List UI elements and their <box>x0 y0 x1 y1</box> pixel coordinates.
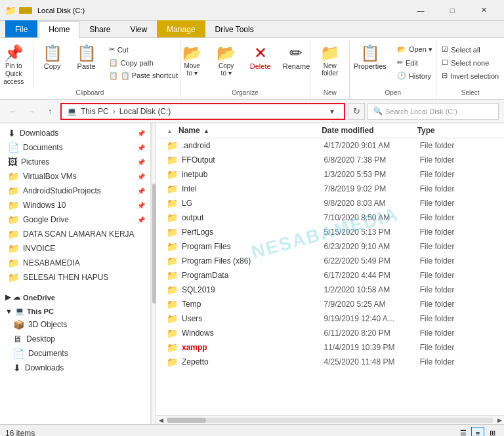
onedrive-icon: ☁ <box>13 293 20 302</box>
select-all-button[interactable]: ☑ Select all <box>437 43 503 56</box>
rename-button[interactable]: ✏ Rename <box>278 42 315 73</box>
clipboard-label: Clipboard <box>75 89 104 98</box>
view-list-button[interactable]: ☰ <box>457 427 470 437</box>
table-row[interactable]: 📁Windows6/11/2020 8:20 PMFile folder <box>156 326 504 340</box>
sidebar-item-documents[interactable]: 📄 Documents 📌 <box>0 140 150 155</box>
file-date: 6/22/2020 5:49 PM <box>324 256 415 266</box>
move-to-button[interactable]: 📂 Moveto ▾ <box>176 42 209 80</box>
ribbon-group-select: ☑ Select all ☐ Select none ⊟ Invert sele… <box>436 41 504 99</box>
select-label: Select <box>461 89 480 98</box>
address-dropdown[interactable]: ▾ <box>326 103 339 120</box>
sidebar-item-selesai[interactable]: 📁 SELESAI THEN HAPUS <box>0 270 150 285</box>
onedrive-label: OneDrive <box>23 294 55 302</box>
maximize-button[interactable]: □ <box>437 0 467 21</box>
sidebar-section-onedrive[interactable]: ▶ ☁ OneDrive <box>0 290 150 304</box>
tab-file[interactable]: File <box>5 20 37 37</box>
copy-button[interactable]: 📋 Copy <box>36 42 69 73</box>
minimize-button[interactable]: — <box>406 0 436 21</box>
folder-icon: 📁 <box>167 357 178 367</box>
up-button[interactable]: ↑ <box>42 104 58 119</box>
tab-drive-tools[interactable]: Drive Tools <box>205 20 264 37</box>
table-row[interactable]: 📁xampp11/4/2019 10:39 PMFile folder <box>156 340 504 355</box>
new-folder-button[interactable]: 📁 Newfolder <box>314 42 346 80</box>
sidebar-item-androidstudio[interactable]: 📁 AndroidStudioProjects 📌 <box>0 184 150 198</box>
sidebar-item-windows10[interactable]: 📁 Windows 10 📌 <box>0 198 150 212</box>
table-row[interactable]: 📁inetpub1/3/2020 5:53 PMFile folder <box>156 167 504 182</box>
back-button[interactable]: ← <box>5 104 21 119</box>
sidebar-item-3dobjects[interactable]: 📦 3D Objects <box>0 317 150 332</box>
sidebar-item-documents2[interactable]: 📄 Documents <box>0 346 150 361</box>
folder-icon: 📁 <box>167 155 178 165</box>
sidebar-item-virtualbox[interactable]: 📁 VirtualBox VMs 📌 <box>0 169 150 184</box>
tab-view[interactable]: View <box>120 20 157 37</box>
properties-button[interactable]: 📋 Properties <box>349 42 391 73</box>
table-row[interactable]: 📁Temp7/9/2020 5:25 AMFile folder <box>156 297 504 311</box>
sidebar-item-invoice[interactable]: 📁 INVOICE <box>0 241 150 256</box>
sidebar-item-desktop[interactable]: 🖥 Desktop <box>0 332 150 346</box>
paste-shortcut-button[interactable]: 📋 📋 Paste shortcut <box>104 69 182 82</box>
table-row[interactable]: 📁Program Files6/23/2020 9:10 AMFile fold… <box>156 239 504 254</box>
view-tiles-button[interactable]: ⊞ <box>486 427 499 437</box>
horizontal-scrollbar[interactable]: ◀ ▶ <box>156 415 504 424</box>
view-details-button[interactable]: ≡ <box>471 427 484 437</box>
file-type: File folder <box>420 271 494 280</box>
sidebar-item-downloads2[interactable]: ⬇ Downloads <box>0 361 150 375</box>
history-button[interactable]: 🕐 History <box>392 69 437 82</box>
table-row[interactable]: 📁Program Files (x86)6/22/2020 5:49 PMFil… <box>156 254 504 268</box>
table-row[interactable]: 📁.android4/17/2020 9:01 AMFile folder <box>156 138 504 153</box>
file-type: File folder <box>420 213 494 222</box>
table-row[interactable]: 📁LG9/8/2020 8:03 AMFile folder <box>156 196 504 210</box>
sidebar-item-datascan[interactable]: 📁 DATA SCAN LAMARAN KERJA <box>0 227 150 241</box>
sidebar-item-downloads[interactable]: ⬇ Downloads 📌 <box>0 126 150 140</box>
thispc-icon: 💻 <box>15 307 24 315</box>
copy-path-button[interactable]: 📋 Copy path <box>104 56 182 69</box>
sidebar-item-googledrive[interactable]: 📁 Google Drive 📌 <box>0 212 150 227</box>
sidebar-scrollbar[interactable] <box>151 123 156 424</box>
folder-icon-small2 <box>26 7 32 14</box>
table-row[interactable]: 📁output7/10/2020 8:50 AMFile folder <box>156 210 504 225</box>
close-button[interactable]: ✕ <box>469 0 499 21</box>
title-bar: 📁 Local Disk (C:) — □ ✕ <box>0 0 504 21</box>
table-row[interactable]: 📁FFOutput6/8/2020 7:38 PMFile folder <box>156 153 504 167</box>
address-field[interactable]: 💻 This PC › Local Disk (C:) ▾ <box>60 103 345 120</box>
table-row[interactable]: 📁ProgramData6/17/2020 4:44 PMFile folder <box>156 268 504 283</box>
tab-manage[interactable]: Manage <box>157 20 205 37</box>
table-row[interactable]: 📁PerfLogs5/15/2020 5:13 PMFile folder <box>156 225 504 239</box>
expand-thispc-icon: ▼ <box>5 307 12 315</box>
hscroll-right[interactable]: ▶ <box>495 416 504 425</box>
androidstudio-icon: 📁 <box>8 186 19 196</box>
table-row[interactable]: 📁SQL20191/2/2020 10:58 AMFile folder <box>156 283 504 297</box>
hscroll-left[interactable]: ◀ <box>156 416 165 425</box>
table-row[interactable]: 📁Users9/19/2019 12:40 A...File folder <box>156 311 504 326</box>
select-none-button[interactable]: ☐ Select none <box>437 56 503 69</box>
table-row[interactable]: 📁Zepetto4/25/2020 11:48 PMFile folder <box>156 355 504 369</box>
search-field[interactable]: 🔍 Search Local Disk (C:) <box>368 103 499 120</box>
tab-share[interactable]: Share <box>79 20 120 37</box>
tab-home[interactable]: Home <box>39 21 79 38</box>
file-name: FFOutput <box>182 155 320 165</box>
edit-button[interactable]: ✏ Edit <box>392 56 437 69</box>
datascan-icon: 📁 <box>8 229 19 239</box>
refresh-button[interactable]: ↻ <box>348 103 365 120</box>
file-name: inetpub <box>182 170 320 179</box>
pin-to-quick-button[interactable]: 📌 Pin to Quickaccess <box>0 42 30 89</box>
nesabamedia-label: NESABAMEDIA <box>23 258 80 268</box>
col-header-date[interactable]: Date modified <box>322 126 417 135</box>
sidebar-item-nesabamedia[interactable]: 📁 NESABAMEDIA <box>0 256 150 270</box>
delete-button[interactable]: ✕ Delete <box>244 42 277 73</box>
copy-to-button[interactable]: 📂 Copyto ▾ <box>210 42 243 80</box>
sidebar-item-pictures[interactable]: 🖼 Pictures 📌 <box>0 155 150 169</box>
virtualbox-label: VirtualBox VMs <box>23 172 77 181</box>
forward-button[interactable]: → <box>24 104 39 119</box>
file-type: File folder <box>420 314 494 323</box>
table-row[interactable]: 📁Intel7/8/2019 9:02 PMFile folder <box>156 182 504 196</box>
clipboard-small-group: ✂ Cut 📋 Copy path 📋 📋 Paste shortcut <box>104 42 182 83</box>
open-dropdown-button[interactable]: 📂 Open ▾ <box>392 43 437 56</box>
col-header-name[interactable]: Name ▲ <box>178 126 322 135</box>
invert-selection-button[interactable]: ⊟ Invert selection <box>437 69 503 82</box>
search-placeholder: Search Local Disk (C:) <box>385 108 457 115</box>
cut-button[interactable]: ✂ Cut <box>104 43 182 56</box>
sidebar-section-thispc[interactable]: ▼ 💻 This PC <box>0 304 150 317</box>
col-header-type[interactable]: Type <box>417 126 494 135</box>
paste-button[interactable]: 📋 Paste <box>70 42 103 73</box>
